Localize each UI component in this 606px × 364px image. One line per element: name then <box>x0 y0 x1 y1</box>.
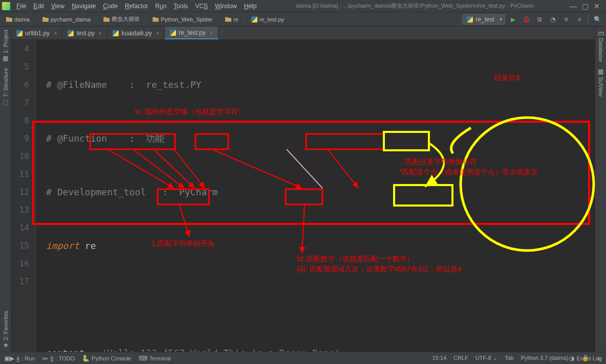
menu-edit[interactable]: Edit <box>30 2 47 11</box>
sb-indent[interactable]: Tab <box>505 355 514 361</box>
menu-help[interactable]: Help <box>241 2 260 11</box>
tab-re-test[interactable]: re_test.py× <box>165 27 219 39</box>
sb-todo[interactable]: ≔6: TODO <box>42 355 75 362</box>
run-icon[interactable]: ▶ <box>507 14 518 25</box>
sb-interpreter[interactable]: Python 3.7 (daima) ⌄ <box>521 355 575 361</box>
breadcrumb: daima 〉 pycharm_daima 〉 爬虫大师班 〉 Python_W… <box>3 14 462 24</box>
close-icon[interactable]: ✕ <box>594 2 600 10</box>
annot-s-note: \s: 指向的是空格（也就是空字符） <box>135 107 245 117</box>
tab-close-icon[interactable]: × <box>99 30 102 36</box>
debug-icon[interactable]: 🐞 <box>521 14 532 25</box>
sb-encoding[interactable]: UTF-8 ⌄ <box>475 355 497 361</box>
sb-run[interactable]: ▶4: 4: RunRun <box>10 355 35 362</box>
crumb-p2[interactable]: 爬虫大师班 <box>100 14 143 24</box>
menu-window[interactable]: Window <box>212 2 240 11</box>
tab-urllib1[interactable]: urllib1.py× <box>11 27 62 39</box>
annot-dot1: .: 匹配任意字符除换行符 <box>399 157 477 167</box>
crumb-p1[interactable]: pycharm_daima <box>39 15 94 24</box>
search-icon[interactable]: 🔍 <box>592 14 603 25</box>
stop-icon[interactable]: ■ <box>574 14 585 25</box>
sidebar-favorites[interactable]: ★2: Favorites <box>1 308 10 352</box>
lock-icon[interactable]: 🔒 <box>582 355 589 361</box>
menu-vcs[interactable]: VCS <box>192 2 211 11</box>
sidebar-structure[interactable]: ⬚7: Structure <box>1 65 10 109</box>
annot-end-sign: 结束符$ <box>494 74 520 83</box>
maximize-icon[interactable]: ▢ <box>582 2 589 10</box>
crumb-p4[interactable]: re <box>222 15 242 24</box>
tab-kuaidaili[interactable]: kuaidaili.py× <box>107 27 165 39</box>
sb-line-sep[interactable]: CRLF <box>453 355 468 361</box>
tab-close-icon[interactable]: × <box>210 30 213 36</box>
annot-d2: {4}: 匹配前面\d几次，这里数字4567有4位，所以是4 <box>297 265 461 274</box>
sb-python-console[interactable]: 🐍Python Console <box>82 355 132 362</box>
sb-toolwindows-icon[interactable]: ▣ <box>4 355 10 362</box>
menu-view[interactable]: View <box>48 2 68 11</box>
menu-code[interactable]: Code <box>100 2 121 11</box>
sidebar-sciview[interactable]: ▦SciView <box>596 65 605 100</box>
crumb-root[interactable]: daima <box>3 15 33 24</box>
menu-run[interactable]: Run <box>152 2 169 11</box>
tab-close-icon[interactable]: × <box>54 30 57 36</box>
sidebar-project[interactable]: ▦1: Project <box>1 27 10 65</box>
minimize-icon[interactable]: — <box>570 2 577 10</box>
menu-refactor[interactable]: Refactor <box>122 2 151 11</box>
run-config-selector[interactable]: re_test <box>462 14 505 25</box>
sidebar-database[interactable]: 🗃Database <box>596 27 605 65</box>
hector-icon[interactable]: ☺ <box>596 355 602 361</box>
sb-position[interactable]: 15:14 <box>432 355 447 361</box>
annot-d1: \d: 匹配数字（也就是匹配一个数字） <box>297 255 414 264</box>
crumb-file[interactable]: re_test.py <box>248 15 287 24</box>
pycharm-icon <box>2 2 10 10</box>
crumb-p3[interactable]: Python_Web_Spider <box>149 15 215 24</box>
tab-close-icon[interactable]: × <box>156 30 159 36</box>
sb-terminal[interactable]: ⌨Terminal <box>139 355 171 362</box>
window-title: daima [D:\daima] - ...\pycharm_daima\爬虫大… <box>259 2 570 10</box>
code-editor[interactable]: 456 789 101112 131415 1617 # @FileName :… <box>11 40 595 352</box>
annot-dot2: *匹配这个点（或者使用这个点）零次或多次 <box>399 168 538 177</box>
coverage-icon[interactable]: ⧉ <box>534 14 545 25</box>
main-menu: FFileile Edit View Navigate Code Refacto… <box>13 2 259 11</box>
line-number-gutter: 456 789 101112 131415 1617 <box>11 40 36 352</box>
concurrency-icon[interactable]: ≡ <box>560 14 572 25</box>
annot-caret: 1.匹配字符串的开头 <box>152 239 215 248</box>
menu-navigate[interactable]: Navigate <box>69 2 99 11</box>
menu-file[interactable]: FFileile <box>13 2 29 11</box>
menu-tools[interactable]: Tools <box>170 2 191 11</box>
profiler-icon[interactable]: ◔ <box>547 14 558 25</box>
tab-test[interactable]: test.py× <box>62 27 107 39</box>
